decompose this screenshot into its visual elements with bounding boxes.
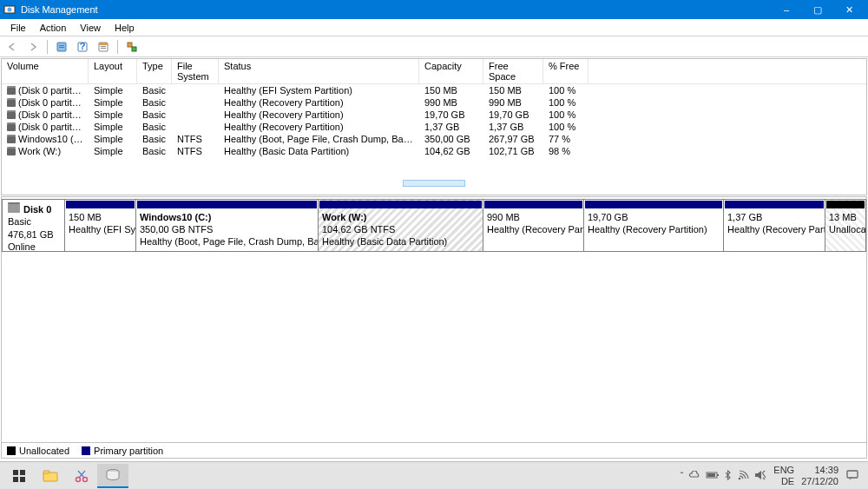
forward-button[interactable] — [24, 38, 42, 56]
svg-line-26 — [762, 472, 766, 478]
svg-rect-27 — [847, 471, 858, 478]
tray-volume-icon[interactable] — [754, 470, 766, 482]
taskbar-explorer[interactable] — [35, 464, 66, 488]
table-row[interactable]: (Disk 0 partition 6)SimpleBasicHealthy (… — [2, 109, 866, 121]
toolbar: ? — [0, 36, 868, 57]
legend: Unallocated Primary partition — [2, 442, 866, 458]
tray-battery-icon[interactable] — [706, 471, 720, 481]
taskbar-snip[interactable] — [66, 464, 97, 488]
start-button[interactable] — [3, 464, 35, 488]
snap-hint — [403, 180, 465, 187]
disk-icon — [8, 204, 20, 213]
disk-row: Disk 0 Basic 476,81 GB Online 150 MBHeal… — [2, 199, 866, 252]
app-icon — [3, 3, 16, 16]
svg-rect-13 — [13, 470, 18, 475]
tray-bluetooth-icon[interactable] — [725, 470, 732, 482]
table-row[interactable]: (Disk 0 partition 1)SimpleBasicHealthy (… — [2, 84, 866, 96]
menu-view[interactable]: View — [73, 21, 108, 35]
tray-notifications-icon[interactable] — [845, 469, 859, 483]
svg-rect-8 — [99, 43, 108, 45]
toolbar-button-1[interactable] — [53, 38, 70, 56]
table-row[interactable]: Windows10 (C:)SimpleBasicNTFSHealthy (Bo… — [2, 133, 866, 145]
tray-wifi-icon[interactable] — [737, 470, 749, 482]
svg-rect-23 — [717, 474, 719, 476]
maximize-button[interactable]: ▢ — [802, 0, 833, 19]
toolbar-button-3[interactable] — [95, 38, 112, 56]
menu-file[interactable]: File — [3, 21, 33, 35]
svg-rect-4 — [59, 47, 64, 48]
volume-list-pane[interactable]: Volume Layout Type File System Status Ca… — [1, 58, 867, 195]
disk-type: Basic — [8, 215, 59, 228]
tray-time[interactable]: 14:39 — [801, 465, 838, 475]
table-row[interactable]: Work (W:)SimpleBasicNTFSHealthy (Basic D… — [2, 145, 866, 157]
minimize-button[interactable]: – — [771, 0, 802, 19]
col-capacity[interactable]: Capacity — [419, 59, 483, 83]
table-row[interactable]: (Disk 0 partition 5)SimpleBasicHealthy (… — [2, 96, 866, 109]
menu-action[interactable]: Action — [33, 21, 74, 35]
col-pct-free[interactable]: % Free — [543, 59, 589, 83]
disk-size: 476,81 GB — [8, 228, 59, 241]
partition-block[interactable]: Work (W:)104,62 GB NTFSHealthy (Basic Da… — [319, 199, 483, 252]
svg-rect-9 — [101, 46, 106, 47]
col-volume[interactable]: Volume — [2, 59, 89, 83]
window-title: Disk Management — [21, 4, 771, 15]
tray-onedrive-icon[interactable] — [688, 471, 700, 481]
col-layout[interactable]: Layout — [89, 59, 137, 83]
partition-block[interactable]: 19,70 GBHealthy (Recovery Partition) — [584, 199, 724, 252]
tray-date[interactable]: 27/12/20 — [801, 476, 838, 486]
partition-block[interactable]: 990 MBHealthy (Recovery Partition) — [483, 199, 584, 252]
partition-block[interactable]: 1,37 GBHealthy (Recovery Partition) — [724, 199, 825, 252]
partition-block[interactable]: Windows10 (C:)350,00 GB NTFSHealthy (Boo… — [136, 199, 319, 252]
disk-graphic-pane[interactable]: Disk 0 Basic 476,81 GB Online 150 MBHeal… — [1, 196, 867, 459]
toolbar-button-4[interactable] — [123, 38, 141, 56]
back-button[interactable] — [3, 38, 21, 56]
taskbar[interactable]: ˆ ENG DE 14:39 27/12/20 — [0, 461, 868, 489]
menu-help[interactable]: Help — [108, 21, 141, 35]
partition-block[interactable]: 150 MBHealthy (EFI System Partition) — [65, 199, 136, 252]
svg-point-1 — [8, 8, 12, 12]
svg-text:?: ? — [80, 41, 86, 51]
titlebar[interactable]: Disk Management – ▢ ✕ — [0, 0, 868, 19]
system-tray: ˆ ENG DE 14:39 27/12/20 — [681, 465, 865, 486]
svg-rect-14 — [20, 470, 25, 475]
svg-rect-24 — [707, 473, 715, 477]
svg-rect-10 — [101, 48, 106, 49]
table-row[interactable]: (Disk 0 partition 7)SimpleBasicHealthy (… — [2, 121, 866, 133]
disk-state: Online — [8, 241, 59, 253]
close-button[interactable]: ✕ — [833, 0, 865, 19]
help-button[interactable]: ? — [74, 38, 91, 56]
taskbar-diskmgmt[interactable] — [97, 464, 128, 488]
menubar: File Action View Help — [0, 19, 868, 36]
col-status[interactable]: Status — [219, 59, 419, 83]
svg-rect-16 — [20, 477, 25, 482]
svg-rect-11 — [128, 43, 132, 47]
col-filesystem[interactable]: File System — [172, 59, 219, 83]
svg-point-20 — [83, 477, 88, 481]
col-type[interactable]: Type — [137, 59, 172, 83]
volume-columns-header: Volume Layout Type File System Status Ca… — [2, 59, 866, 84]
tray-lang-2[interactable]: DE — [773, 476, 794, 486]
svg-point-25 — [739, 477, 741, 479]
legend-swatch-primary — [82, 446, 90, 455]
svg-rect-18 — [43, 471, 49, 473]
partition-block[interactable]: 13 MBUnallocated — [825, 199, 866, 252]
svg-rect-15 — [13, 477, 18, 482]
col-free[interactable]: Free Space — [483, 59, 543, 83]
tray-lang-1[interactable]: ENG — [773, 465, 794, 475]
svg-point-19 — [76, 477, 81, 481]
legend-swatch-unallocated — [7, 446, 16, 455]
svg-rect-12 — [132, 47, 136, 51]
svg-rect-3 — [59, 45, 64, 46]
disk-header[interactable]: Disk 0 Basic 476,81 GB Online — [2, 199, 65, 252]
tray-chevron-icon[interactable]: ˆ — [681, 471, 684, 481]
